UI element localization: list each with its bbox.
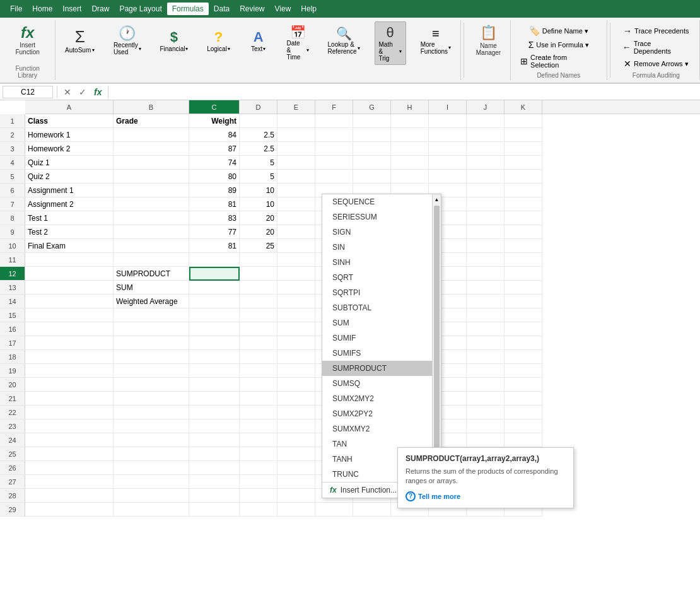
grid-cell[interactable]: [25, 281, 114, 295]
trace-precedents-button[interactable]: → Trace Precedents: [619, 24, 693, 38]
grid-cell[interactable]: [467, 295, 505, 308]
grid-cell[interactable]: [391, 128, 429, 142]
grid-cell[interactable]: 2.5: [240, 142, 277, 156]
grid-cell[interactable]: [353, 170, 391, 184]
grid-cell[interactable]: [505, 433, 542, 447]
grid-cell[interactable]: [114, 197, 189, 211]
grid-cell[interactable]: [114, 475, 189, 489]
grid-cell[interactable]: Quiz 1: [25, 156, 114, 170]
dropdown-item[interactable]: SUBTOTAL: [322, 300, 432, 315]
grid-cell[interactable]: [467, 197, 505, 211]
row-header-4[interactable]: 4: [0, 156, 25, 170]
dropdown-item[interactable]: SUMXMY2: [322, 421, 432, 436]
grid-cell[interactable]: [391, 170, 429, 184]
grid-cell[interactable]: [240, 114, 277, 128]
dropdown-item[interactable]: SIGN: [322, 225, 432, 240]
grid-cell[interactable]: [505, 267, 542, 281]
menu-file[interactable]: File: [5, 3, 27, 15]
grid-cell[interactable]: [277, 281, 315, 295]
grid-cell[interactable]: [114, 308, 189, 322]
row-header-7[interactable]: 7: [0, 197, 25, 211]
grid-cell[interactable]: [505, 364, 542, 378]
grid-cell[interactable]: [467, 419, 505, 433]
grid-cell[interactable]: [114, 156, 189, 170]
grid-cell[interactable]: Assignment 2: [25, 197, 114, 211]
name-box[interactable]: [3, 86, 53, 98]
row-header-14[interactable]: 14: [0, 295, 25, 308]
row-header-15[interactable]: 15: [0, 308, 25, 322]
grid-cell[interactable]: [467, 184, 505, 197]
grid-cell[interactable]: [467, 253, 505, 267]
grid-cell[interactable]: [505, 322, 542, 336]
grid-cell[interactable]: [505, 156, 542, 170]
grid-cell[interactable]: [25, 308, 114, 322]
grid-cell[interactable]: [277, 475, 315, 489]
grid-cell[interactable]: [391, 114, 429, 128]
name-manager-button[interactable]: 📋 NameManager: [472, 21, 505, 59]
grid-cell[interactable]: [505, 253, 542, 267]
row-header-9[interactable]: 9: [0, 225, 25, 239]
grid-cell[interactable]: [467, 128, 505, 142]
row-header-23[interactable]: 23: [0, 419, 25, 433]
create-from-selection-button[interactable]: ⊞ Create from Selection: [516, 52, 602, 71]
grid-cell[interactable]: [240, 295, 277, 308]
grid-cell[interactable]: [467, 267, 505, 281]
grid-cell[interactable]: [189, 267, 240, 281]
grid-cell[interactable]: [25, 433, 114, 447]
col-header-H[interactable]: H: [391, 100, 429, 114]
grid-cell[interactable]: [114, 461, 189, 475]
row-header-11[interactable]: 11: [0, 253, 25, 267]
logical-button[interactable]: ? Logical ▾: [202, 21, 235, 59]
grid-cell[interactable]: 20: [240, 225, 277, 239]
row-header-17[interactable]: 17: [0, 336, 25, 350]
grid-cell[interactable]: [505, 197, 542, 211]
grid-cell[interactable]: [315, 503, 353, 517]
grid-cell[interactable]: [114, 239, 189, 253]
grid-cell[interactable]: [114, 419, 189, 433]
use-in-formula-button[interactable]: Σ Use in Formula ▾: [524, 38, 593, 52]
grid-cell[interactable]: Test 2: [25, 225, 114, 239]
grid-cell[interactable]: [114, 225, 189, 239]
grid-cell[interactable]: [277, 392, 315, 406]
grid-cell[interactable]: 5: [240, 156, 277, 170]
grid-cell[interactable]: [114, 489, 189, 503]
grid-cell[interactable]: [277, 308, 315, 322]
grid-cell[interactable]: Final Exam: [25, 239, 114, 253]
grid-cell[interactable]: [240, 447, 277, 461]
grid-cell[interactable]: [277, 419, 315, 433]
grid-cell[interactable]: [240, 336, 277, 350]
grid-cell[interactable]: [505, 170, 542, 184]
grid-cell[interactable]: [391, 142, 429, 156]
grid-cell[interactable]: [277, 406, 315, 419]
grid-cell[interactable]: [277, 156, 315, 170]
grid-cell[interactable]: 5: [240, 170, 277, 184]
autosum-button[interactable]: Σ AutoSum ▾: [61, 21, 99, 59]
grid-cell[interactable]: 89: [189, 184, 240, 197]
menu-draw[interactable]: Draw: [86, 3, 114, 15]
grid-cell[interactable]: [189, 392, 240, 406]
grid-cell[interactable]: [505, 406, 542, 419]
insert-function-button[interactable]: fx InsertFunction: [9, 21, 45, 59]
grid-cell[interactable]: Weighted Average: [114, 295, 189, 308]
grid-cell[interactable]: [25, 447, 114, 461]
grid-cell[interactable]: [429, 142, 467, 156]
grid-cell[interactable]: [189, 364, 240, 378]
grid-cell[interactable]: [189, 308, 240, 322]
grid-cell[interactable]: [114, 392, 189, 406]
grid-cell[interactable]: [505, 392, 542, 406]
col-header-D[interactable]: D: [240, 100, 277, 114]
grid-cell[interactable]: [429, 114, 467, 128]
grid-cell[interactable]: [25, 350, 114, 364]
grid-cell[interactable]: [189, 281, 240, 295]
grid-cell[interactable]: [277, 253, 315, 267]
grid-cell[interactable]: 77: [189, 225, 240, 239]
grid-cell[interactable]: [277, 197, 315, 211]
grid-cell[interactable]: [505, 378, 542, 392]
grid-cell[interactable]: [277, 114, 315, 128]
grid-cell[interactable]: [505, 350, 542, 364]
grid-cell[interactable]: [467, 239, 505, 253]
remove-arrows-button[interactable]: ✕ Remove Arrows ▾: [619, 57, 693, 71]
grid-cell[interactable]: [240, 267, 277, 281]
grid-cell[interactable]: [277, 378, 315, 392]
grid-cell[interactable]: [189, 447, 240, 461]
